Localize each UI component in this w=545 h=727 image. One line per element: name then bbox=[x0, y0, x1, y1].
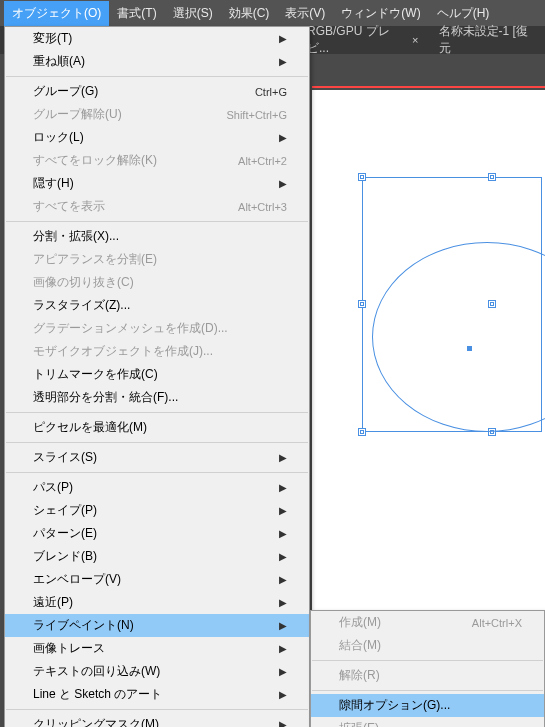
menu-separator bbox=[6, 709, 308, 710]
menu-item-label: グループ解除(U) bbox=[33, 106, 122, 123]
chevron-right-icon: ▶ bbox=[279, 132, 287, 143]
menu-item-label: テキストの回り込み(W) bbox=[33, 663, 160, 680]
menu-item[interactable]: ラスタライズ(Z)... bbox=[5, 294, 309, 317]
menu-item[interactable]: Line と Sketch のアート▶ bbox=[5, 683, 309, 706]
chevron-right-icon: ▶ bbox=[279, 666, 287, 677]
menu-item-label: シェイプ(P) bbox=[33, 502, 97, 519]
menubar-item[interactable]: 書式(T) bbox=[109, 1, 164, 26]
menu-item: すべてをロック解除(K)Alt+Ctrl+2 bbox=[5, 149, 309, 172]
menu-item-label: 隙間オプション(G)... bbox=[339, 697, 450, 714]
menu-item[interactable]: パターン(E)▶ bbox=[5, 522, 309, 545]
close-icon[interactable]: × bbox=[412, 34, 418, 46]
menu-item-label: 作成(M) bbox=[339, 614, 381, 631]
menu-item-label: ブレンド(B) bbox=[33, 548, 97, 565]
menu-item[interactable]: クリッピングマスク(M)▶ bbox=[5, 713, 309, 727]
menu-item-label: モザイクオブジェクトを作成(J)... bbox=[33, 343, 213, 360]
menu-item[interactable]: 変形(T)▶ bbox=[5, 27, 309, 50]
menu-item: 解除(R) bbox=[311, 664, 544, 687]
menu-item-label: 解除(R) bbox=[339, 667, 380, 684]
menu-item-label: エンベロープ(V) bbox=[33, 571, 121, 588]
menu-item-label: 分割・拡張(X)... bbox=[33, 228, 119, 245]
menu-item-label: ロック(L) bbox=[33, 129, 84, 146]
menu-item[interactable]: 遠近(P)▶ bbox=[5, 591, 309, 614]
menu-item-label: パターン(E) bbox=[33, 525, 97, 542]
menu-item-label: ラスタライズ(Z)... bbox=[33, 297, 130, 314]
object-menu-dropdown: 変形(T)▶重ね順(A)▶グループ(G)Ctrl+Gグループ解除(U)Shift… bbox=[4, 26, 310, 727]
menu-separator bbox=[6, 472, 308, 473]
menu-item-label: ライブペイント(N) bbox=[33, 617, 134, 634]
menu-separator bbox=[6, 221, 308, 222]
menu-item-label: 画像トレース bbox=[33, 640, 105, 657]
chevron-right-icon: ▶ bbox=[279, 482, 287, 493]
menu-item[interactable]: ロック(L)▶ bbox=[5, 126, 309, 149]
menu-item-label: 隠す(H) bbox=[33, 175, 74, 192]
document-tab[interactable]: 名称未設定-1 [復元 bbox=[429, 17, 545, 63]
chevron-right-icon: ▶ bbox=[279, 551, 287, 562]
chevron-right-icon: ▶ bbox=[279, 574, 287, 585]
menubar-item[interactable]: オブジェクト(O) bbox=[4, 1, 109, 26]
menubar-item[interactable]: 効果(C) bbox=[221, 1, 278, 26]
menu-item[interactable]: グループ(G)Ctrl+G bbox=[5, 80, 309, 103]
menu-item-label: グループ(G) bbox=[33, 83, 98, 100]
handle-tr[interactable] bbox=[488, 173, 496, 181]
menu-item[interactable]: 分割・拡張(X)... bbox=[5, 225, 309, 248]
menu-item-label: トリムマークを作成(C) bbox=[33, 366, 158, 383]
menu-item[interactable]: シェイプ(P)▶ bbox=[5, 499, 309, 522]
chevron-right-icon: ▶ bbox=[279, 620, 287, 631]
menu-item-label: Line と Sketch のアート bbox=[33, 686, 162, 703]
menu-item: すべてを表示Alt+Ctrl+3 bbox=[5, 195, 309, 218]
chevron-right-icon: ▶ bbox=[279, 528, 287, 539]
menu-separator bbox=[6, 442, 308, 443]
menu-item-label: ピクセルを最適化(M) bbox=[33, 419, 147, 436]
menu-shortcut: Shift+Ctrl+G bbox=[226, 109, 287, 121]
menu-item[interactable]: ライブペイント(N)▶ bbox=[5, 614, 309, 637]
menu-separator bbox=[6, 76, 308, 77]
menu-separator bbox=[6, 412, 308, 413]
chevron-right-icon: ▶ bbox=[279, 597, 287, 608]
menu-shortcut: Alt+Ctrl+X bbox=[472, 617, 522, 629]
handle-bl[interactable] bbox=[358, 428, 366, 436]
chevron-right-icon: ▶ bbox=[279, 178, 287, 189]
menu-item: グループ解除(U)Shift+Ctrl+G bbox=[5, 103, 309, 126]
menu-item[interactable]: 隠す(H)▶ bbox=[5, 172, 309, 195]
handle-tl[interactable] bbox=[358, 173, 366, 181]
document-tab[interactable]: RGB/GPU プレビ...× bbox=[297, 17, 429, 63]
handle-ml[interactable] bbox=[358, 300, 366, 308]
chevron-right-icon: ▶ bbox=[279, 719, 287, 727]
menu-shortcut: Alt+Ctrl+3 bbox=[238, 201, 287, 213]
menu-item[interactable]: 重ね順(A)▶ bbox=[5, 50, 309, 73]
menu-item[interactable]: 画像トレース▶ bbox=[5, 637, 309, 660]
menu-item-label: スライス(S) bbox=[33, 449, 97, 466]
menu-item[interactable]: スライス(S)▶ bbox=[5, 446, 309, 469]
menubar-item[interactable]: 選択(S) bbox=[165, 1, 221, 26]
menu-separator bbox=[312, 690, 543, 691]
menu-item: 拡張(E) bbox=[311, 717, 544, 727]
menu-item: グラデーションメッシュを作成(D)... bbox=[5, 317, 309, 340]
menu-item[interactable]: テキストの回り込み(W)▶ bbox=[5, 660, 309, 683]
menu-item[interactable]: エンベロープ(V)▶ bbox=[5, 568, 309, 591]
menu-item[interactable]: ブレンド(B)▶ bbox=[5, 545, 309, 568]
menu-item: 作成(M)Alt+Ctrl+X bbox=[311, 611, 544, 634]
menu-item-label: 画像の切り抜き(C) bbox=[33, 274, 134, 291]
menu-item[interactable]: 隙間オプション(G)... bbox=[311, 694, 544, 717]
menu-item[interactable]: 透明部分を分割・統合(F)... bbox=[5, 386, 309, 409]
menu-item-label: すべてをロック解除(K) bbox=[33, 152, 157, 169]
chevron-right-icon: ▶ bbox=[279, 689, 287, 700]
chevron-right-icon: ▶ bbox=[279, 56, 287, 67]
accent-line bbox=[312, 86, 545, 88]
menu-item-label: 遠近(P) bbox=[33, 594, 73, 611]
menu-item: 結合(M) bbox=[311, 634, 544, 657]
menu-item-label: すべてを表示 bbox=[33, 198, 105, 215]
chevron-right-icon: ▶ bbox=[279, 33, 287, 44]
chevron-right-icon: ▶ bbox=[279, 505, 287, 516]
chevron-right-icon: ▶ bbox=[279, 452, 287, 463]
menu-item[interactable]: パス(P)▶ bbox=[5, 476, 309, 499]
menu-item-label: グラデーションメッシュを作成(D)... bbox=[33, 320, 228, 337]
menu-item: 画像の切り抜き(C) bbox=[5, 271, 309, 294]
menu-item-label: クリッピングマスク(M) bbox=[33, 716, 159, 727]
center-point bbox=[467, 346, 472, 351]
menu-item[interactable]: ピクセルを最適化(M) bbox=[5, 416, 309, 439]
tab-label: RGB/GPU プレビ... bbox=[307, 23, 406, 57]
menu-item[interactable]: トリムマークを作成(C) bbox=[5, 363, 309, 386]
menu-item-label: 拡張(E) bbox=[339, 720, 379, 727]
